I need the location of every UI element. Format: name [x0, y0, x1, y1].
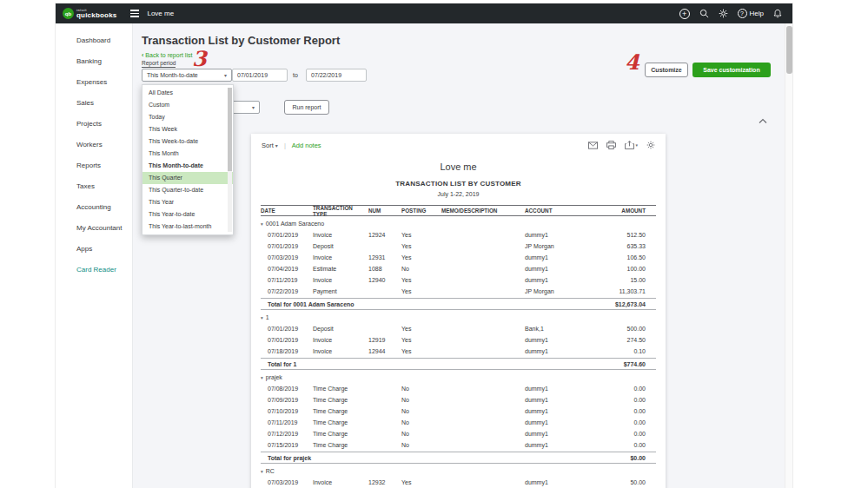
chevron-down-icon: ▾	[224, 72, 227, 78]
sidebar-item-taxes[interactable]: Taxes	[56, 176, 132, 197]
total-label: Total for 1	[261, 361, 612, 367]
run-report-button[interactable]: Run report	[284, 100, 329, 115]
report-title: TRANSACTION LIST BY CUSTOMER	[251, 180, 666, 188]
transaction-row[interactable]: 07/04/2019Estimate1088Nodummy1100.00	[261, 263, 656, 274]
cell: 0.00	[612, 419, 656, 425]
cell: 07/22/2019	[261, 288, 313, 294]
group-header-row[interactable]: ▾prajek	[261, 372, 656, 383]
cell: dummy1	[525, 348, 612, 354]
column-header: DATE	[261, 208, 313, 214]
sort-dropdown[interactable]: Sort ▾	[262, 142, 278, 149]
customize-button[interactable]: Customize	[645, 63, 688, 77]
period-option[interactable]: This Quarter	[142, 172, 233, 184]
report-card: Sort ▾ | Add notes ▾ Love me TRANSACTION…	[251, 134, 666, 488]
transaction-row[interactable]: 07/09/2019Time ChargeNodummy10.00	[261, 394, 656, 406]
cell: dummy1	[525, 277, 612, 283]
cell: 512.50	[612, 232, 656, 238]
email-icon[interactable]	[588, 142, 598, 149]
cell: 0.10	[612, 348, 656, 354]
report-period-subtitle: July 1-22, 2019	[251, 191, 666, 197]
period-option[interactable]: This Week	[142, 123, 233, 135]
report-period-select[interactable]: This Month-to-date ▾	[142, 69, 232, 82]
back-to-report-list-link[interactable]: ‹Back to report list	[142, 52, 192, 58]
transaction-row[interactable]: 07/08/2019Time ChargeNodummy10.00	[261, 383, 656, 394]
period-option[interactable]: All Dates	[142, 87, 233, 99]
cell: 07/08/2019	[261, 386, 313, 392]
period-option[interactable]: This Week-to-date	[142, 135, 233, 148]
transaction-row[interactable]: 07/10/2019Time ChargeNodummy10.00	[261, 406, 656, 417]
transaction-row[interactable]: 07/03/2019Invoice12931Yesdummy1106.50	[261, 252, 656, 263]
transaction-row[interactable]: 07/03/2019Invoice12932Yesdummy150.00	[261, 477, 656, 488]
cell: 1088	[368, 266, 401, 272]
cell: Estimate	[313, 266, 368, 272]
cell: 0.00	[612, 408, 656, 414]
cell: 11,303.71	[612, 288, 656, 294]
transaction-row[interactable]: 07/18/2019Invoice12944Yesdummy10.10	[261, 346, 656, 357]
cell: dummy1	[525, 386, 612, 392]
sidebar-item-my-accountant[interactable]: My Accountant	[56, 218, 132, 239]
cell: 07/12/2019	[261, 431, 313, 437]
transaction-row[interactable]: 07/01/2019Invoice12924Yesdummy1512.50	[261, 229, 656, 241]
sidebar-item-card-reader[interactable]: Card Reader	[56, 260, 132, 280]
menu-scrollbar[interactable]	[228, 88, 232, 232]
hamburger-menu-icon[interactable]	[130, 10, 139, 17]
period-option[interactable]: Today	[142, 111, 233, 123]
cell: No	[401, 431, 441, 437]
quickbooks-logo[interactable]: qb intuit quickbooks	[63, 8, 116, 19]
save-customization-button[interactable]: Save customization	[692, 63, 771, 77]
sidebar-item-accounting[interactable]: Accounting	[56, 197, 132, 218]
column-header: TRANSACTION TYPE	[313, 205, 368, 217]
sidebar-item-apps[interactable]: Apps	[56, 239, 132, 260]
report-period-value: This Month-to-date	[147, 72, 198, 78]
print-icon[interactable]	[606, 141, 616, 149]
cell: No	[401, 408, 441, 414]
period-option[interactable]: This Year-to-last-month	[142, 221, 233, 233]
transaction-row[interactable]: 07/01/2019Invoice12919Yesdummy1274.50	[261, 334, 656, 346]
cell: Yes	[401, 479, 441, 485]
sidebar-item-workers[interactable]: Workers	[56, 135, 132, 155]
gear-icon[interactable]	[719, 9, 728, 18]
notifications-bell-icon[interactable]	[773, 9, 782, 18]
period-option[interactable]: This Month	[142, 148, 233, 160]
transaction-row[interactable]: 07/15/2019Time ChargeNodummy10.00	[261, 439, 656, 451]
company-name: Love me	[147, 10, 174, 17]
date-to-input[interactable]	[306, 69, 367, 82]
column-header: POSTING	[401, 208, 441, 214]
report-settings-gear-icon[interactable]	[646, 141, 655, 149]
period-option[interactable]: This Month-to-date	[142, 160, 233, 172]
vertical-scrollbar[interactable]	[785, 23, 792, 488]
help-label: Help	[750, 10, 764, 17]
transaction-row[interactable]: 07/01/2019DepositYesBank,1500.00	[261, 323, 656, 334]
cell: No	[401, 419, 441, 425]
date-from-input[interactable]	[232, 69, 288, 82]
transaction-row[interactable]: 07/12/2019Time ChargeNodummy10.00	[261, 428, 656, 439]
transaction-row[interactable]: 07/11/2019Time ChargeNodummy10.00	[261, 417, 656, 428]
help-button[interactable]: ? Help	[738, 9, 764, 18]
transaction-row[interactable]: 07/22/2019PaymentYesJP Morgan11,303.71	[261, 286, 656, 297]
sidebar-item-dashboard[interactable]: Dashboard	[56, 30, 132, 51]
period-option[interactable]: Custom	[142, 99, 233, 111]
collapse-header-chevron-icon[interactable]	[758, 117, 768, 125]
group-header-row[interactable]: ▾0001 Adam Saraceno	[261, 218, 656, 229]
transaction-row[interactable]: 07/11/2019Invoice12940Yesdummy115.00	[261, 274, 656, 286]
sidebar-item-expenses[interactable]: Expenses	[56, 72, 132, 93]
group-header-row[interactable]: ▾RC	[261, 465, 656, 477]
cell: Deposit	[313, 326, 368, 332]
cell: No	[401, 442, 441, 448]
group-header-row[interactable]: ▾1	[261, 312, 656, 323]
sidebar-item-sales[interactable]: Sales	[56, 93, 132, 114]
export-icon[interactable]: ▾	[625, 141, 638, 149]
period-option[interactable]: This Quarter-to-date	[142, 184, 233, 196]
sidebar-item-reports[interactable]: Reports	[56, 155, 132, 176]
cell: dummy1	[525, 419, 612, 425]
period-option[interactable]: This Year	[142, 196, 233, 208]
cell: dummy1	[525, 254, 612, 260]
create-plus-icon[interactable]: +	[679, 9, 690, 19]
scrollbar-thumb[interactable]	[786, 26, 792, 74]
period-option[interactable]: This Year-to-date	[142, 208, 233, 221]
sidebar-item-banking[interactable]: Banking	[56, 51, 132, 72]
add-notes-link[interactable]: Add notes	[292, 142, 321, 149]
search-icon[interactable]	[699, 9, 709, 18]
sidebar-item-projects[interactable]: Projects	[56, 114, 132, 135]
transaction-row[interactable]: 07/01/2019DepositYesJP Morgan635.33	[261, 241, 656, 252]
